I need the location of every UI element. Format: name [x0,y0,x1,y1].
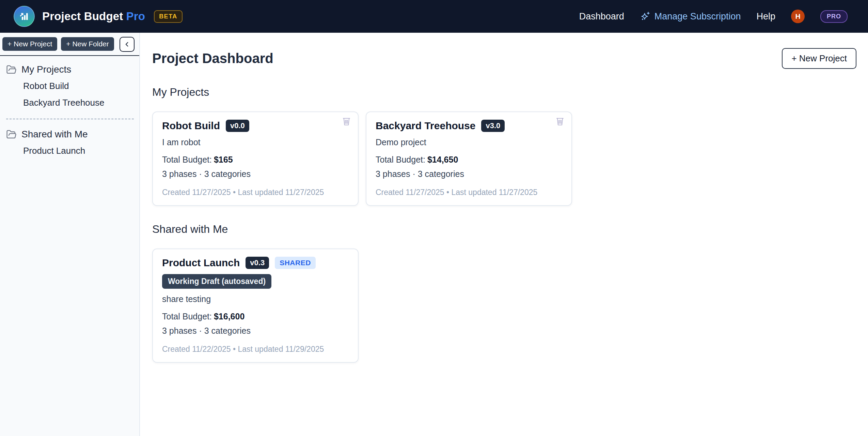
folder-my-projects[interactable]: My Projects [6,63,134,76]
top-navbar: Project BudgetPro BETA Dashboard Manage … [0,0,868,33]
sidebar-collapse-button[interactable] [120,37,135,52]
beta-badge: BETA [154,10,183,23]
shared-badge: SHARED [275,257,316,269]
project-card-backyard-treehouse[interactable]: Backyard Treehouse v3.0 Demo project Tot… [366,111,572,206]
sidebar-new-folder-button[interactable]: + New Folder [61,37,114,51]
project-dates: Created 11/22/2025 • Last updated 11/29/… [162,345,349,354]
main-header: Project Dashboard + New Project [152,48,856,69]
folder-name: Shared with Me [21,129,88,140]
navbar-links: Dashboard Manage Subscription Help H PRO [579,10,848,23]
project-card-product-launch[interactable]: Product Launch v0.3 SHARED Working Draft… [152,249,359,363]
working-draft-badge: Working Draft (autosaved) [162,274,271,289]
sidebar-item-product-launch[interactable]: Product Launch [23,142,134,159]
sidebar-toolbar: + New Project + New Folder [0,33,139,56]
project-meta: 3 phases · 3 categories [376,169,562,179]
sidebar-group-shared-with-me: Shared with Me Product Launch [6,128,134,160]
main-content: Project Dashboard + New Project My Proje… [140,33,868,436]
budget-amount: $14,650 [427,155,458,164]
card-title-row: Backyard Treehouse v3.0 [376,120,562,132]
project-dates: Created 11/27/2025 • Last updated 11/27/… [162,188,349,197]
app-title: Project BudgetPro [42,10,145,23]
sidebar-group-my-projects: My Projects Robot Build Backyard Treehou… [6,63,134,112]
project-meta: 3 phases · 3 categories [162,169,349,179]
version-badge: v0.0 [226,120,249,132]
trash-icon [555,116,565,126]
card-title-row: Product Launch v0.3 SHARED [162,257,349,269]
sidebar: + New Project + New Folder My Projects R… [0,33,140,436]
project-card-title: Robot Build [162,120,220,132]
project-description: share testing [162,294,349,304]
sidebar-new-project-button[interactable]: + New Project [2,37,57,51]
manage-subscription-label: Manage Subscription [654,11,741,22]
folder-open-icon [6,64,17,75]
folder-shared-with-me[interactable]: Shared with Me [6,128,134,140]
sidebar-group-divider [6,119,134,119]
project-description: I am robot [162,137,349,147]
folder-name: My Projects [21,64,71,75]
app-title-pro: Pro [126,10,145,22]
shared-cards-row: Product Launch v0.3 SHARED Working Draft… [152,249,856,363]
folder-open-icon [6,129,17,140]
my-projects-cards-row: Robot Build v0.0 I am robot Total Budget… [152,111,856,206]
card-title-row: Robot Build v0.0 [162,120,349,132]
nav-manage-subscription-link[interactable]: Manage Subscription [640,11,741,22]
user-avatar[interactable]: H [791,10,805,23]
folder-items: Robot Build Backyard Treehouse [6,76,134,112]
sidebar-groups: My Projects Robot Build Backyard Treehou… [0,56,139,160]
section-heading-my-projects: My Projects [152,86,856,99]
sidebar-item-backyard-treehouse[interactable]: Backyard Treehouse [23,94,134,111]
delete-project-button[interactable] [341,116,352,128]
main-new-project-button[interactable]: + New Project [782,48,856,69]
project-budget: Total Budget:$165 [162,155,349,165]
bar-chart-trend-icon [18,10,30,22]
chevron-left-icon [123,41,131,48]
page-title: Project Dashboard [152,51,273,66]
project-budget: Total Budget:$16,600 [162,312,349,321]
plan-badge: PRO [820,10,848,23]
delete-project-button[interactable] [555,116,565,128]
budget-label: Total Budget: [162,155,212,164]
nav-help-link[interactable]: Help [756,11,775,22]
project-budget: Total Budget:$14,650 [376,155,562,165]
app-shell: + New Project + New Folder My Projects R… [0,33,868,436]
budget-label: Total Budget: [162,312,212,321]
budget-amount: $165 [214,155,233,164]
budget-amount: $16,600 [214,312,244,321]
project-description: Demo project [376,137,562,147]
version-badge: v3.0 [481,120,505,132]
project-card-title: Backyard Treehouse [376,120,475,132]
project-card-title: Product Launch [162,257,240,269]
version-badge: v0.3 [246,257,269,269]
sparkles-icon [640,11,651,22]
project-card-robot-build[interactable]: Robot Build v0.0 I am robot Total Budget… [152,111,359,206]
budget-label: Total Budget: [376,155,425,164]
section-heading-shared-with-me: Shared with Me [152,223,856,236]
project-dates: Created 11/27/2025 • Last updated 11/27/… [376,188,562,197]
brand: Project BudgetPro BETA [14,6,183,27]
trash-icon [342,116,351,126]
folder-items: Product Launch [6,140,134,160]
project-meta: 3 phases · 3 categories [162,326,349,336]
sidebar-item-robot-build[interactable]: Robot Build [23,78,134,94]
nav-dashboard-link[interactable]: Dashboard [579,11,624,22]
app-logo [14,6,35,27]
